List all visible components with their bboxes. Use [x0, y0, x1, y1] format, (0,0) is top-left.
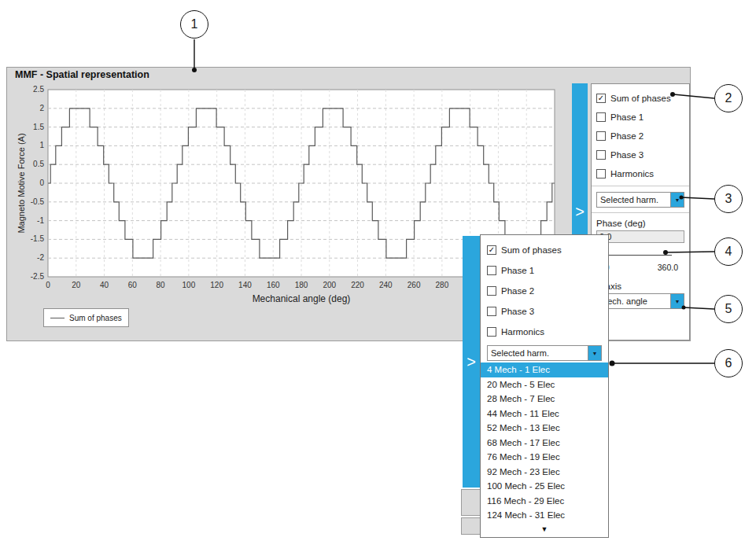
popup-harmonic-select[interactable]: Selected harm. ▼	[487, 345, 602, 361]
window-title: MMF - Spatial representation	[15, 69, 149, 80]
slider-max-label: 360.0	[658, 263, 678, 272]
checkbox-label: Phase 2	[610, 131, 644, 141]
checkbox-box-icon	[596, 112, 606, 122]
checkbox-label: Phase 1	[610, 112, 644, 122]
checkbox-label: Phase 3	[501, 307, 534, 316]
dropdown-arrow-button[interactable]: ▼	[670, 294, 684, 308]
y-axis-title: Magneto Motive Force (A)	[17, 133, 26, 233]
svg-text:2: 2	[39, 104, 44, 112]
checkbox-label: Phase 1	[501, 266, 534, 275]
harmonics-list-item[interactable]: 100 Mech - 25 Elec	[481, 479, 608, 494]
checkbox-box-icon: ✓	[487, 245, 496, 255]
chevron-right-icon: >	[575, 203, 585, 221]
checkbox-label: Phase 2	[501, 286, 534, 296]
checkbox-label: Harmonics	[501, 327, 544, 337]
svg-text:1: 1	[39, 141, 44, 149]
checkbox-box-icon	[487, 266, 496, 275]
dropdown-arrow-button[interactable]: ▼	[588, 346, 601, 360]
checkbox-box-icon	[596, 169, 606, 178]
svg-text:0.5: 0.5	[33, 160, 44, 168]
chevron-down-icon: ▼	[675, 197, 680, 203]
checkbox-box-icon	[596, 131, 606, 141]
harmonics-list-item[interactable]: 124 Mech - 31 Elec	[481, 508, 608, 523]
chevron-down-icon: ▼	[675, 299, 680, 304]
svg-text:160: 160	[267, 281, 280, 289]
harmonics-list: 4 Mech - 1 Elec 20 Mech - 5 Elec 28 Mech…	[481, 363, 608, 537]
legend-label: Sum of phases	[69, 314, 122, 322]
harmonics-popup: > ✓ Sum of phases Phase 1 Phase 2 Phase …	[461, 234, 618, 541]
harmonic-select[interactable]: Selected harm. ▼	[596, 192, 684, 208]
svg-text:20: 20	[72, 281, 81, 289]
harmonic-select-value: Selected harm.	[597, 195, 670, 204]
separator	[592, 186, 689, 186]
checkbox-box-icon	[487, 307, 496, 316]
svg-text:240: 240	[379, 281, 393, 289]
svg-text:140: 140	[238, 281, 252, 289]
svg-text:-2.5: -2.5	[31, 272, 45, 281]
svg-text:0: 0	[46, 281, 50, 289]
popup-controls: ✓ Sum of phases Phase 1 Phase 2 Phase 3 …	[481, 235, 608, 361]
svg-text:180: 180	[295, 281, 308, 289]
harmonics-list-item[interactable]: 68 Mech - 17 Elec	[481, 436, 608, 451]
harmonics-list-item[interactable]: 52 Mech - 13 Elec	[481, 421, 608, 436]
popup-checkbox-harmonics[interactable]: Harmonics	[487, 322, 602, 342]
svg-text:220: 220	[351, 281, 364, 289]
harmonics-list-item[interactable]: 92 Mech - 23 Elec	[481, 465, 608, 480]
callout-6: 6	[714, 349, 743, 377]
svg-text:80: 80	[157, 281, 166, 289]
svg-text:60: 60	[128, 281, 138, 289]
checkbox-phase-3[interactable]: Phase 3	[596, 145, 684, 164]
checkbox-sum-of-phases[interactable]: ✓ Sum of phases	[596, 89, 684, 108]
scroll-down-icon[interactable]: ▼	[481, 523, 608, 537]
checkbox-label: Phase 3	[610, 150, 644, 160]
harmonics-list-item[interactable]: 20 Mech - 5 Elec	[481, 377, 608, 392]
popup-panel: ✓ Sum of phases Phase 1 Phase 2 Phase 3 …	[480, 234, 609, 538]
separator	[592, 212, 689, 213]
svg-text:-1.5: -1.5	[31, 234, 45, 243]
checkbox-label: Sum of phases	[610, 94, 671, 103]
harmonics-list-item[interactable]: 44 Mech - 11 Elec	[481, 407, 608, 421]
checkbox-harmonics[interactable]: Harmonics	[596, 164, 684, 183]
legend-line-sample	[50, 318, 65, 318]
popup-checkbox-phase-1[interactable]: Phase 1	[487, 260, 602, 281]
x-axis-title: Mechanical angle (deg)	[253, 293, 351, 304]
checkbox-phase-2[interactable]: Phase 2	[596, 127, 684, 145]
checkbox-box-icon	[487, 286, 496, 296]
svg-text:2.5: 2.5	[33, 85, 44, 94]
callout-2: 2	[714, 84, 743, 112]
callout-4: 4	[714, 237, 743, 266]
popup-harmonic-select-value: Selected harm.	[488, 348, 588, 358]
popup-checkbox-sum-of-phases[interactable]: ✓ Sum of phases	[487, 240, 602, 260]
chevron-right-icon: >	[467, 353, 476, 371]
svg-text:0: 0	[39, 178, 44, 187]
callout-5: 5	[714, 295, 743, 323]
svg-text:-0.5: -0.5	[31, 197, 45, 206]
popup-checkbox-phase-2[interactable]: Phase 2	[487, 281, 602, 301]
callout-3: 3	[714, 185, 743, 213]
svg-text:100: 100	[183, 281, 196, 289]
svg-text:-2: -2	[37, 253, 44, 262]
callout-1: 1	[180, 10, 208, 39]
dropdown-arrow-button[interactable]: ▼	[670, 193, 684, 207]
svg-text:1.5: 1.5	[33, 123, 44, 131]
svg-text:-1: -1	[37, 216, 44, 225]
checkbox-box-icon	[487, 327, 496, 337]
checkbox-label: Harmonics	[610, 169, 654, 178]
checkbox-phase-1[interactable]: Phase 1	[596, 108, 684, 127]
svg-text:260: 260	[408, 281, 421, 289]
checkbox-box-icon	[596, 150, 606, 160]
chevron-down-icon: ▼	[592, 351, 598, 356]
harmonics-list-item[interactable]: 76 Mech - 19 Elec	[481, 450, 608, 465]
popup-collapse-button[interactable]: >	[463, 236, 480, 488]
svg-text:280: 280	[436, 281, 449, 289]
harmonics-list-item[interactable]: 28 Mech - 7 Elec	[481, 392, 608, 407]
phase-label: Phase (deg)	[596, 219, 684, 228]
harmonics-list-item[interactable]: 4 Mech - 1 Elec	[481, 363, 608, 377]
harmonics-list-item[interactable]: 116 Mech - 29 Elec	[481, 494, 608, 509]
checkbox-label: Sum of phases	[501, 245, 562, 255]
svg-text:120: 120	[210, 281, 223, 289]
chart-legend: Sum of phases	[43, 308, 129, 327]
popup-checkbox-phase-3[interactable]: Phase 3	[487, 301, 602, 322]
checkbox-box-icon: ✓	[596, 94, 606, 103]
svg-text:40: 40	[100, 281, 109, 289]
